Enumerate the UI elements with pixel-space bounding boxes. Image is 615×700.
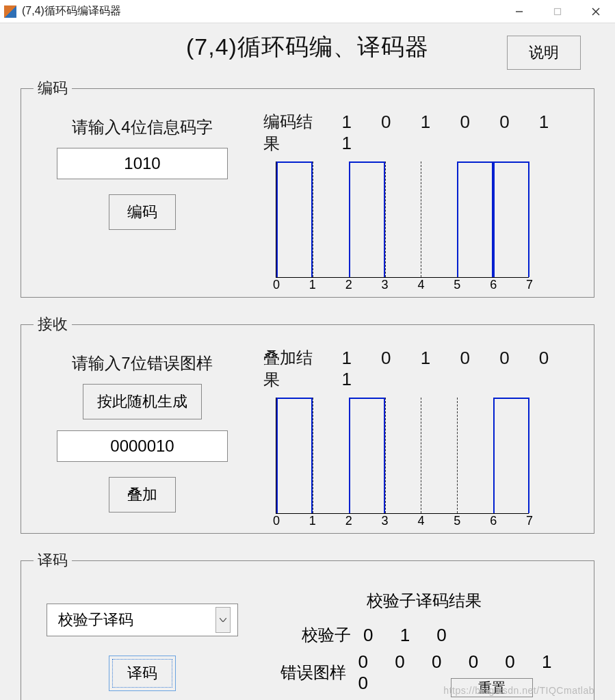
- window-title: (7,4)循环码编译码器: [22, 4, 121, 18]
- encode-button[interactable]: 编码: [109, 194, 176, 230]
- close-button[interactable]: [577, 0, 615, 23]
- encode-prompt: 请输入4位信息码字: [72, 116, 212, 138]
- encode-panel: 编码 请输入4位信息码字 1010 编码 编码结果 1 0 1 0 0 1 1 …: [21, 78, 594, 298]
- overlay-result-bits: 1 0 1 0 0 0 1: [341, 348, 586, 390]
- receive-prompt: 请输入7位错误图样: [72, 352, 212, 374]
- encode-result-bits: 1 0 1 0 0 1 1: [341, 112, 586, 154]
- app-icon: [4, 5, 16, 18]
- encode-result-label: 编码结果: [263, 111, 325, 155]
- random-button[interactable]: 按此随机生成: [83, 384, 202, 419]
- decode-method-select[interactable]: 校验子译码: [47, 604, 238, 636]
- receive-chart: 01234567: [269, 398, 529, 528]
- decode-result-title: 校验子译码结果: [262, 590, 586, 612]
- maximize-button[interactable]: [538, 0, 577, 23]
- chevron-down-icon: [215, 607, 231, 633]
- error-pattern-input[interactable]: 0000010: [57, 430, 228, 462]
- encode-chart: 01234567: [269, 161, 529, 291]
- help-button[interactable]: 说明: [507, 36, 581, 70]
- svg-rect-1: [555, 8, 561, 14]
- decode-method-value: 校验子译码: [58, 610, 133, 630]
- receive-panel: 接收 请输入7位错误图样 按此随机生成 0000010 叠加 叠加结果 1 0 …: [21, 314, 594, 534]
- syndrome-label: 校验子: [262, 624, 351, 646]
- reset-button[interactable]: 重置: [451, 678, 533, 697]
- decode-button[interactable]: 译码: [109, 656, 176, 691]
- syndrome-bits: 0 1 0: [363, 625, 458, 646]
- overlay-button[interactable]: 叠加: [109, 477, 176, 513]
- page-title: (7,4)循环码编、译码器: [186, 31, 429, 63]
- encode-legend: 编码: [34, 78, 72, 99]
- receive-legend: 接收: [34, 314, 72, 335]
- titlebar: (7,4)循环码编译码器: [0, 0, 615, 23]
- error-pattern-label: 错误图样: [262, 662, 346, 684]
- decode-legend: 译码: [34, 550, 72, 571]
- overlay-result-label: 叠加结果: [263, 347, 325, 391]
- minimize-button[interactable]: [500, 0, 538, 23]
- encode-input[interactable]: 1010: [57, 148, 228, 179]
